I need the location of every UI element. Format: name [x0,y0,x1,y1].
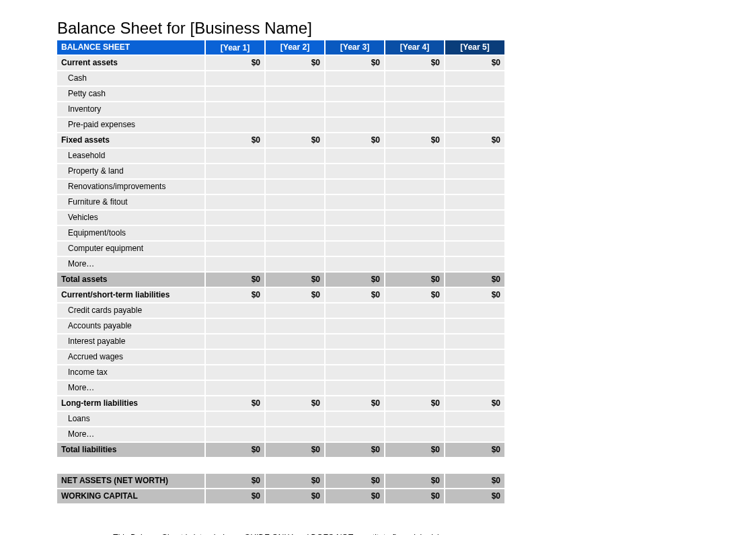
cell-value[interactable] [265,102,325,117]
cell-value[interactable]: $0 [205,473,265,489]
cell-value[interactable] [205,117,265,133]
cell-value[interactable] [445,164,504,179]
cell-value[interactable] [265,256,325,272]
cell-value[interactable]: $0 [205,133,265,148]
cell-value[interactable] [385,86,445,102]
cell-value[interactable]: $0 [205,489,265,504]
cell-value[interactable] [325,411,385,427]
cell-value[interactable] [205,241,265,256]
cell-value[interactable]: $0 [385,442,445,458]
cell-value[interactable] [265,164,325,179]
cell-value[interactable]: $0 [325,133,385,148]
cell-value[interactable]: $0 [325,396,385,411]
cell-value[interactable] [205,365,265,380]
cell-value[interactable] [445,179,504,194]
cell-value[interactable]: $0 [205,272,265,287]
cell-value[interactable] [445,86,504,102]
cell-value[interactable] [325,117,385,133]
cell-value[interactable] [385,411,445,427]
cell-value[interactable] [205,334,265,349]
cell-value[interactable] [325,318,385,334]
cell-value[interactable] [325,148,385,164]
cell-value[interactable] [205,427,265,442]
cell-value[interactable] [205,102,265,117]
cell-value[interactable] [265,179,325,194]
cell-value[interactable]: $0 [205,396,265,411]
cell-value[interactable] [325,86,385,102]
cell-value[interactable] [205,318,265,334]
cell-value[interactable] [445,148,504,164]
cell-value[interactable] [445,256,504,272]
cell-value[interactable] [385,365,445,380]
cell-value[interactable] [385,164,445,179]
cell-value[interactable]: $0 [265,473,325,489]
cell-value[interactable] [385,380,445,396]
cell-value[interactable]: $0 [265,396,325,411]
cell-value[interactable] [445,71,504,86]
cell-value[interactable] [205,210,265,225]
cell-value[interactable] [325,349,385,365]
cell-value[interactable] [205,179,265,194]
cell-value[interactable] [265,303,325,318]
cell-value[interactable] [205,380,265,396]
cell-value[interactable] [265,365,325,380]
cell-value[interactable]: $0 [205,287,265,303]
cell-value[interactable] [385,427,445,442]
cell-value[interactable] [205,164,265,179]
cell-value[interactable] [385,117,445,133]
cell-value[interactable] [325,303,385,318]
cell-value[interactable] [445,334,504,349]
cell-value[interactable]: $0 [385,55,445,71]
cell-value[interactable]: $0 [265,287,325,303]
cell-value[interactable]: $0 [445,473,504,489]
cell-value[interactable]: $0 [445,55,504,71]
cell-value[interactable]: $0 [265,442,325,458]
cell-value[interactable] [385,179,445,194]
cell-value[interactable] [445,117,504,133]
cell-value[interactable]: $0 [325,489,385,504]
cell-value[interactable] [205,411,265,427]
cell-value[interactable] [265,241,325,256]
cell-value[interactable]: $0 [205,55,265,71]
cell-value[interactable] [385,148,445,164]
cell-value[interactable] [205,86,265,102]
cell-value[interactable]: $0 [385,272,445,287]
cell-value[interactable] [265,117,325,133]
cell-value[interactable] [265,71,325,86]
cell-value[interactable] [325,194,385,210]
cell-value[interactable] [385,102,445,117]
cell-value[interactable]: $0 [265,272,325,287]
cell-value[interactable] [445,102,504,117]
cell-value[interactable]: $0 [385,287,445,303]
cell-value[interactable]: $0 [325,55,385,71]
cell-value[interactable]: $0 [445,287,504,303]
cell-value[interactable] [445,241,504,256]
cell-value[interactable]: $0 [385,133,445,148]
cell-value[interactable] [265,380,325,396]
cell-value[interactable] [445,194,504,210]
cell-value[interactable] [265,225,325,241]
cell-value[interactable]: $0 [385,489,445,504]
cell-value[interactable] [265,86,325,102]
cell-value[interactable] [325,179,385,194]
cell-value[interactable] [445,411,504,427]
cell-value[interactable] [265,194,325,210]
cell-value[interactable] [325,225,385,241]
cell-value[interactable] [445,210,504,225]
cell-value[interactable] [205,303,265,318]
cell-value[interactable] [385,303,445,318]
cell-value[interactable] [205,148,265,164]
cell-value[interactable] [265,427,325,442]
cell-value[interactable] [445,349,504,365]
cell-value[interactable]: $0 [265,55,325,71]
cell-value[interactable]: $0 [445,272,504,287]
cell-value[interactable]: $0 [265,133,325,148]
cell-value[interactable] [325,334,385,349]
cell-value[interactable]: $0 [265,489,325,504]
cell-value[interactable] [325,241,385,256]
cell-value[interactable] [445,303,504,318]
cell-value[interactable] [325,427,385,442]
cell-value[interactable] [385,334,445,349]
cell-value[interactable]: $0 [445,442,504,458]
cell-value[interactable] [385,225,445,241]
